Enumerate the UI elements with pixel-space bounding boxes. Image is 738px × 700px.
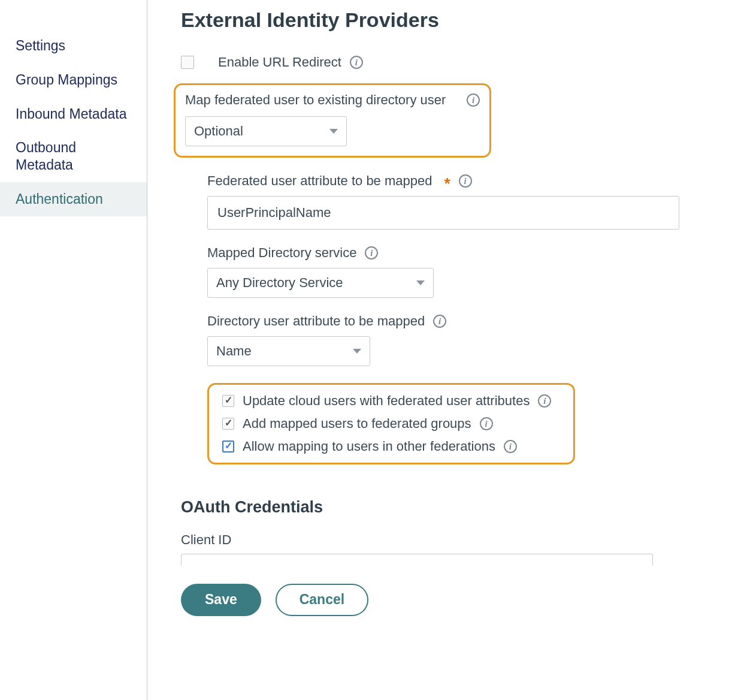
info-icon[interactable]: i — [538, 394, 551, 408]
client-id-input[interactable] — [181, 554, 653, 566]
client-id-label: Client ID — [181, 532, 738, 548]
chevron-down-icon — [329, 129, 338, 134]
directory-user-attr-select[interactable]: Name — [207, 336, 370, 366]
enable-url-redirect-label: Enable URL Redirect — [218, 55, 341, 70]
federated-attr-input[interactable] — [207, 196, 679, 230]
enable-url-redirect-checkbox[interactable] — [181, 56, 194, 69]
map-federated-select[interactable]: Optional — [185, 116, 347, 146]
page-title: External Identity Providers — [181, 8, 738, 32]
mapped-dir-service-value: Any Directory Service — [216, 275, 343, 291]
cancel-button[interactable]: Cancel — [276, 584, 368, 616]
info-icon[interactable]: i — [467, 93, 480, 107]
add-mapped-users-checkbox[interactable] — [222, 418, 234, 430]
sidebar-item-inbound-metadata[interactable]: Inbound Metadata — [0, 97, 147, 131]
sidebar: Settings Group Mappings Inbound Metadata… — [0, 0, 147, 700]
mapping-options-callout: Update cloud users with federated user a… — [207, 383, 575, 464]
info-icon[interactable]: i — [504, 440, 517, 453]
sidebar-item-group-mappings[interactable]: Group Mappings — [0, 63, 147, 97]
save-button[interactable]: Save — [181, 584, 261, 616]
info-icon[interactable]: i — [433, 315, 446, 328]
update-cloud-users-checkbox[interactable] — [222, 395, 234, 407]
mapped-dir-service-select[interactable]: Any Directory Service — [207, 268, 434, 298]
sidebar-item-authentication[interactable]: Authentication — [0, 182, 147, 216]
directory-user-attr-value: Name — [216, 343, 252, 359]
federated-attr-label: Federated user attribute to be mapped — [207, 173, 432, 189]
add-mapped-users-label: Add mapped users to federated groups — [243, 416, 471, 432]
main-panel: External Identity Providers Enable URL R… — [147, 0, 738, 700]
directory-user-attr-label: Directory user attribute to be mapped — [207, 313, 425, 329]
allow-mapping-other-federations-checkbox[interactable] — [222, 440, 234, 452]
map-federated-label: Map federated user to existing directory… — [185, 92, 446, 108]
info-icon[interactable]: i — [350, 56, 363, 69]
oauth-credentials-title: OAuth Credentials — [181, 498, 738, 517]
info-icon[interactable]: i — [365, 246, 378, 260]
mapped-dir-service-label: Mapped Directory service — [207, 245, 356, 261]
sidebar-item-outbound-metadata[interactable]: Outbound Metadata — [0, 131, 147, 182]
sidebar-item-settings[interactable]: Settings — [0, 29, 147, 63]
chevron-down-icon — [353, 349, 361, 354]
allow-mapping-other-federations-label: Allow mapping to users in other federati… — [243, 439, 495, 454]
map-federated-callout: Map federated user to existing directory… — [174, 83, 491, 158]
update-cloud-users-label: Update cloud users with federated user a… — [243, 393, 530, 409]
chevron-down-icon — [416, 280, 425, 285]
info-icon[interactable]: i — [480, 417, 493, 430]
info-icon[interactable]: i — [459, 174, 472, 188]
map-federated-select-value: Optional — [194, 123, 243, 139]
